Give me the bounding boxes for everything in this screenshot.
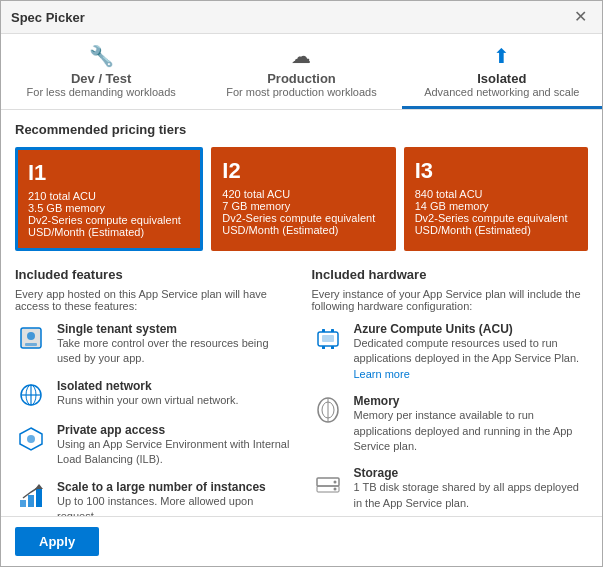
private-access-desc: Using an App Service Environment with In… [57, 437, 292, 468]
features-column: Included features Every app hosted on th… [15, 267, 292, 516]
acu-desc: Dedicated compute resources used to run … [354, 336, 589, 382]
tier-i3-acu: 840 total ACU [415, 188, 577, 200]
svg-point-1 [27, 332, 35, 340]
tier-i3-compute: Dv2-Series compute equivalent [415, 212, 577, 224]
feature-scale: Scale to a large number of instances Up … [15, 480, 292, 516]
feature-isolated-network: Isolated network Runs within your own vi… [15, 379, 292, 411]
spec-picker-dialog: Spec Picker ✕ 🔧 Dev / Test For less dema… [0, 0, 603, 567]
svg-point-27 [333, 481, 336, 484]
scale-icon [15, 480, 47, 512]
acu-title: Azure Compute Units (ACU) [354, 322, 589, 336]
isolated-icon: ⬆ [410, 44, 594, 68]
feature-private-access: Private app access Using an App Service … [15, 423, 292, 468]
acu-icon [312, 322, 344, 354]
tab-isolated[interactable]: ⬆ Isolated Advanced networking and scale [402, 34, 602, 109]
tab-dev-test-subtitle: For less demanding workloads [9, 86, 193, 98]
svg-rect-9 [20, 500, 26, 507]
two-columns: Included features Every app hosted on th… [15, 267, 588, 516]
tier-i3-price: USD/Month (Estimated) [415, 224, 577, 236]
hw-memory: Memory Memory per instance available to … [312, 394, 589, 454]
storage-desc: 1 TB disk storage shared by all apps dep… [354, 480, 589, 511]
svg-point-28 [333, 488, 336, 491]
tab-dev-test-title: Dev / Test [9, 71, 193, 86]
private-access-icon [15, 423, 47, 455]
svg-rect-20 [331, 346, 334, 349]
scale-text: Scale to a large number of instances Up … [57, 480, 292, 516]
tier-i2[interactable]: I2 420 total ACU 7 GB memory Dv2-Series … [211, 147, 395, 251]
svg-rect-18 [331, 329, 334, 332]
wrench-icon: 🔧 [9, 44, 193, 68]
features-title: Included features [15, 267, 292, 282]
storage-icon [312, 466, 344, 498]
hardware-column: Included hardware Every instance of your… [312, 267, 589, 516]
tier-i3[interactable]: I3 840 total ACU 14 GB memory Dv2-Series… [404, 147, 588, 251]
tier-i1-acu: 210 total ACU [28, 190, 190, 202]
svg-rect-17 [322, 329, 325, 332]
tier-i2-compute: Dv2-Series compute equivalent [222, 212, 384, 224]
svg-rect-10 [28, 495, 34, 507]
tier-i1[interactable]: I1 210 total ACU 3.5 GB memory Dv2-Serie… [15, 147, 203, 251]
feature-single-tenant: Single tenant system Take more control o… [15, 322, 292, 367]
pricing-section-title: Recommended pricing tiers [15, 122, 588, 137]
hardware-title: Included hardware [312, 267, 589, 282]
svg-rect-11 [36, 489, 42, 507]
private-access-title: Private app access [57, 423, 292, 437]
single-tenant-text: Single tenant system Take more control o… [57, 322, 292, 367]
tab-dev-test[interactable]: 🔧 Dev / Test For less demanding workload… [1, 34, 201, 109]
storage-text: Storage 1 TB disk storage shared by all … [354, 466, 589, 511]
dialog-title: Spec Picker [11, 10, 85, 25]
tab-production-title: Production [209, 71, 393, 86]
svg-rect-19 [322, 346, 325, 349]
cloud-icon: ☁ [209, 44, 393, 68]
hardware-subtitle: Every instance of your App Service plan … [312, 288, 589, 312]
hw-acu: Azure Compute Units (ACU) Dedicated comp… [312, 322, 589, 382]
isolated-network-desc: Runs within your own virtual network. [57, 393, 239, 408]
learn-more-link[interactable]: Learn more [354, 368, 410, 380]
features-subtitle: Every app hosted on this App Service pla… [15, 288, 292, 312]
main-content: Recommended pricing tiers I1 210 total A… [1, 110, 602, 516]
isolated-network-icon [15, 379, 47, 411]
scale-desc: Up to 100 instances. More allowed upon r… [57, 494, 292, 516]
single-tenant-desc: Take more control over the resources bei… [57, 336, 292, 367]
tab-isolated-subtitle: Advanced networking and scale [410, 86, 594, 98]
pricing-tiers: I1 210 total ACU 3.5 GB memory Dv2-Serie… [15, 147, 588, 251]
close-button[interactable]: ✕ [569, 7, 592, 27]
memory-title: Memory [354, 394, 589, 408]
tier-i3-label: I3 [415, 158, 577, 184]
tier-i2-memory: 7 GB memory [222, 200, 384, 212]
tab-production-subtitle: For most production workloads [209, 86, 393, 98]
tier-i2-label: I2 [222, 158, 384, 184]
private-access-text: Private app access Using an App Service … [57, 423, 292, 468]
memory-text: Memory Memory per instance available to … [354, 394, 589, 454]
tabs-row: 🔧 Dev / Test For less demanding workload… [1, 34, 602, 110]
tier-i1-label: I1 [28, 160, 190, 186]
tier-i2-price: USD/Month (Estimated) [222, 224, 384, 236]
tier-i1-compute: Dv2-Series compute equivalent [28, 214, 190, 226]
scale-title: Scale to a large number of instances [57, 480, 292, 494]
title-bar: Spec Picker ✕ [1, 1, 602, 34]
tier-i3-memory: 14 GB memory [415, 200, 577, 212]
svg-rect-21 [322, 335, 334, 342]
tier-i1-memory: 3.5 GB memory [28, 202, 190, 214]
tier-i2-acu: 420 total ACU [222, 188, 384, 200]
single-tenant-title: Single tenant system [57, 322, 292, 336]
svg-marker-12 [35, 484, 43, 489]
tab-isolated-title: Isolated [410, 71, 594, 86]
tier-i1-price: USD/Month (Estimated) [28, 226, 190, 238]
isolated-network-text: Isolated network Runs within your own vi… [57, 379, 239, 408]
tab-production[interactable]: ☁ Production For most production workloa… [201, 34, 401, 109]
storage-title: Storage [354, 466, 589, 480]
acu-text: Azure Compute Units (ACU) Dedicated comp… [354, 322, 589, 382]
apply-button[interactable]: Apply [15, 527, 99, 556]
isolated-network-title: Isolated network [57, 379, 239, 393]
footer: Apply [1, 516, 602, 566]
svg-point-8 [27, 435, 35, 443]
memory-icon [312, 394, 344, 426]
memory-desc: Memory per instance available to run app… [354, 408, 589, 454]
hw-storage: Storage 1 TB disk storage shared by all … [312, 466, 589, 511]
svg-rect-2 [25, 343, 37, 346]
single-tenant-icon [15, 322, 47, 354]
